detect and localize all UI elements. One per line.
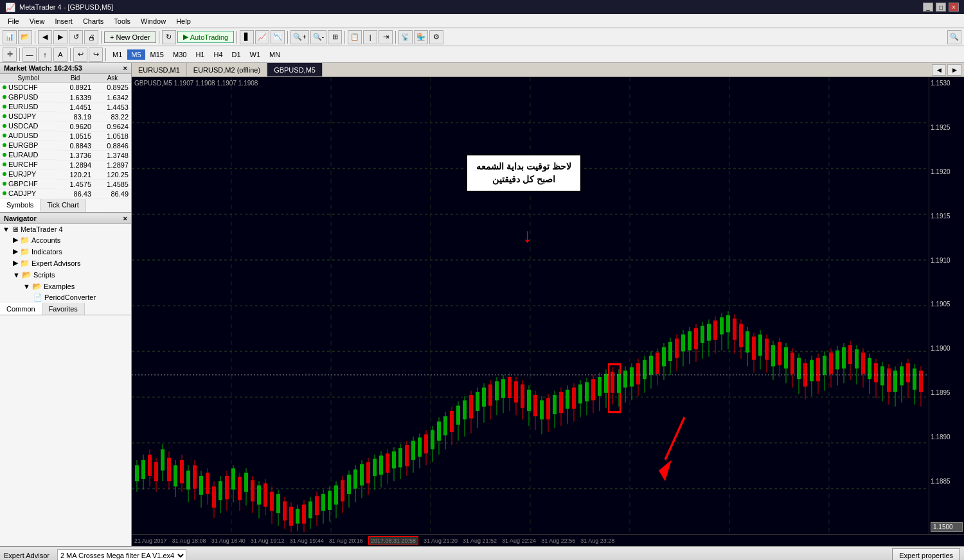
expert-properties-button[interactable]: Expert properties <box>892 548 960 560</box>
minimize-button[interactable]: _ <box>923 3 933 12</box>
mw-bid-cell: 120.21 <box>57 170 94 179</box>
crosshair-button[interactable]: ✛ <box>3 48 17 62</box>
svg-rect-169 <box>617 374 621 393</box>
market-button[interactable]: 🏪 <box>414 30 428 44</box>
chart-prev-button[interactable]: ◀ <box>932 64 946 76</box>
market-watch-close-icon[interactable]: × <box>123 64 127 72</box>
navigator-close-icon[interactable]: × <box>123 214 127 222</box>
indicator-list-button[interactable]: 📋 <box>348 30 362 44</box>
chart-next-button[interactable]: ▶ <box>947 64 961 76</box>
forward-button[interactable]: ▶ <box>53 30 67 44</box>
ea-select[interactable]: 2 MA Crosses Mega filter EA V1.ex4 <box>57 549 186 560</box>
chart-tab-eurusd-m1[interactable]: EURUSD,M1 <box>132 63 187 76</box>
print-button[interactable]: 🖨 <box>84 30 98 44</box>
chart-main[interactable]: GBPUSD,M5 1.1907 1.1908 1.1907 1.1908 <box>132 77 929 534</box>
svg-rect-40 <box>206 473 210 494</box>
nav-examples[interactable]: ▼ 📂 Examples <box>0 281 131 292</box>
line-button[interactable]: 📉 <box>271 30 285 44</box>
annotation-arrow-down: ↓ <box>522 225 532 247</box>
chart-tabs: EURUSD,M1 EURUSD,M2 (offline) GBPUSD,M5 … <box>132 63 964 77</box>
tf-m1[interactable]: M1 <box>109 49 126 60</box>
chart-grid-button[interactable]: ⊞ <box>328 30 342 44</box>
market-watch-row[interactable]: EURCHF 1.2894 1.2897 <box>0 160 131 170</box>
menu-tools[interactable]: Tools <box>109 16 136 26</box>
svg-rect-86 <box>353 469 357 489</box>
nav-scripts[interactable]: ▼ 📂 Scripts <box>0 269 131 281</box>
menu-file[interactable]: File <box>3 16 24 26</box>
candle-button[interactable]: 📈 <box>255 30 269 44</box>
zoom-out-button[interactable]: 🔍- <box>310 30 327 44</box>
market-watch-row[interactable]: EURJPY 120.21 120.25 <box>0 170 131 179</box>
status-dot <box>3 191 6 195</box>
nav-metatrader4[interactable]: ▼ 🖥 MetaTrader 4 <box>0 224 131 234</box>
maximize-button[interactable]: □ <box>936 3 946 12</box>
market-watch-row[interactable]: USDCHF 0.8921 0.8925 <box>0 83 131 93</box>
text-button[interactable]: A <box>53 48 67 62</box>
mw-tab-symbols[interactable]: Symbols <box>0 199 40 212</box>
market-watch-row[interactable]: AUDUSD 1.0515 1.0518 <box>0 131 131 141</box>
market-watch-row[interactable]: EURUSD 1.4451 1.4453 <box>0 102 131 112</box>
scroll-end-button[interactable]: ⇥ <box>379 30 393 44</box>
chart-tab-gbpusd-m5[interactable]: GBPUSD,M5 <box>267 63 323 76</box>
tf-w1[interactable]: W1 <box>246 49 265 60</box>
tf-h1[interactable]: H1 <box>192 49 208 60</box>
market-watch-row[interactable]: GBPCHF 1.4575 1.4585 <box>0 179 131 189</box>
st-header-label: Expert Advisor <box>4 552 49 559</box>
nav-tab-favorites[interactable]: Favorites <box>42 303 85 315</box>
menu-view[interactable]: View <box>24 16 50 26</box>
nav-period-converter[interactable]: 📄 PeriodConverter <box>0 292 131 303</box>
svg-rect-237 <box>835 351 839 370</box>
autotrading-button[interactable]: ▶ AutoTrading <box>177 31 235 43</box>
time-label-8: 31 Aug 21:52 <box>463 538 497 544</box>
menu-help[interactable]: Help <box>171 16 196 26</box>
menu-window[interactable]: Window <box>136 16 171 26</box>
expand-icon-scripts: ▼ <box>13 271 20 279</box>
menu-insert[interactable]: Insert <box>49 16 78 26</box>
line-tool-button[interactable]: — <box>22 48 37 62</box>
market-watch-row[interactable]: USDJPY 83.19 83.22 <box>0 112 131 121</box>
market-watch-row[interactable]: CADJPY 86.43 86.49 <box>0 189 131 198</box>
market-watch-row[interactable]: GBPUSD 1.6339 1.6342 <box>0 92 131 102</box>
chart-tab-eurusd-m2[interactable]: EURUSD,M2 (offline) <box>187 63 267 76</box>
new-order-button[interactable]: + New Order <box>104 31 156 43</box>
signal-button[interactable]: 📡 <box>398 30 413 44</box>
market-watch-row[interactable]: EURGBP 0.8843 0.8846 <box>0 141 131 150</box>
undo-button[interactable]: ↩ <box>73 48 87 62</box>
config-button[interactable]: ⚙ <box>429 30 443 44</box>
status-dot <box>3 172 6 176</box>
mw-tab-tick[interactable]: Tick Chart <box>40 199 86 212</box>
tf-m5[interactable]: M5 <box>127 49 145 60</box>
autotrading-icon: ▶ <box>183 33 188 41</box>
svg-rect-205 <box>733 319 736 340</box>
tf-h4[interactable]: H4 <box>210 49 226 60</box>
search-button[interactable]: 🔍 <box>947 30 961 44</box>
svg-rect-102 <box>405 445 409 466</box>
redo-button[interactable]: ↪ <box>89 48 103 62</box>
menu-charts[interactable]: Charts <box>78 16 109 26</box>
market-watch-row[interactable]: USDCAD 0.9620 0.9624 <box>0 121 131 131</box>
svg-rect-209 <box>745 331 749 353</box>
zoom-in-button[interactable]: 🔍+ <box>290 30 308 44</box>
nav-indicators[interactable]: ▶ 📁 Indicators <box>0 246 131 258</box>
back-button[interactable]: ◀ <box>38 30 52 44</box>
nav-accounts[interactable]: ▶ 📁 Accounts <box>0 234 131 246</box>
arrow-up-button[interactable]: ↑ <box>38 48 52 62</box>
time-label-11: 31 Aug 23:28 <box>580 538 614 544</box>
tf-mn[interactable]: MN <box>265 49 284 60</box>
period-sep-button[interactable]: | <box>363 30 377 44</box>
tf-m15[interactable]: M15 <box>147 49 168 60</box>
nav-expert-advisors[interactable]: ▶ 📁 Expert Advisors <box>0 258 131 269</box>
bar-chart-button[interactable]: ▋ <box>240 30 254 44</box>
close-button[interactable]: × <box>949 3 959 12</box>
market-watch-row[interactable]: EURAUD 1.3736 1.3748 <box>0 150 131 160</box>
open-button[interactable]: 📂 <box>18 30 32 44</box>
nav-tab-common[interactable]: Common <box>0 303 42 315</box>
expert-reload-button[interactable]: ↻ <box>162 30 176 44</box>
tf-m30[interactable]: M30 <box>169 49 190 60</box>
svg-rect-94 <box>379 455 383 475</box>
refresh-button[interactable]: ↺ <box>69 30 83 44</box>
mw-symbol-cell: EURGBP <box>0 141 57 150</box>
new-chart-button[interactable]: 📊 <box>3 30 17 44</box>
time-label-2: 31 Aug 18:08 <box>172 538 206 544</box>
tf-d1[interactable]: D1 <box>228 49 245 60</box>
